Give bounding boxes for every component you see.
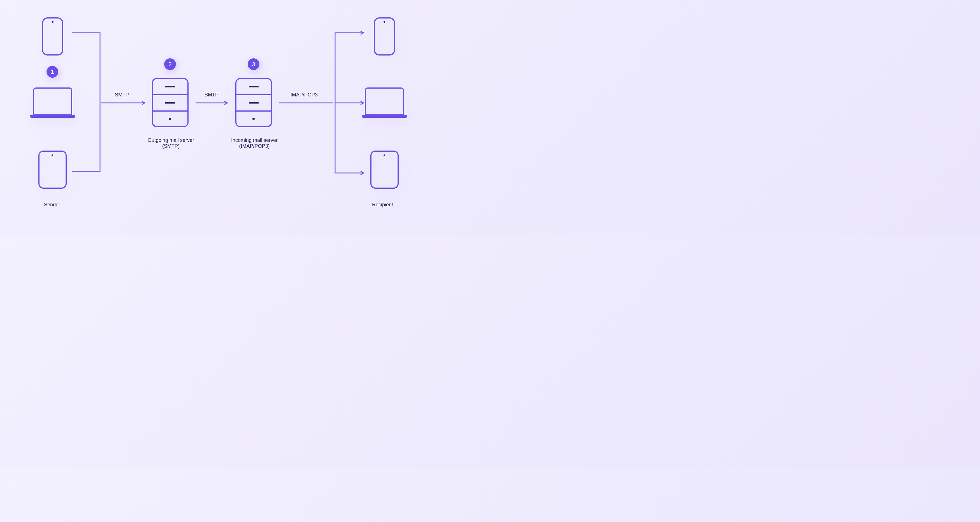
sender-phone-icon xyxy=(41,17,64,56)
svg-point-1 xyxy=(52,21,54,23)
protocol-label-1: SMTP xyxy=(115,92,129,98)
badge-number: 2 xyxy=(169,61,172,67)
outgoing-server-label: Outgoing mail server (SMTP) xyxy=(144,137,197,149)
incoming-server-label: Incoming mail server (IMAP/POP3) xyxy=(228,137,281,149)
recipient-tablet-icon xyxy=(370,150,399,189)
incoming-server-badge: 3 xyxy=(248,58,259,70)
svg-point-17 xyxy=(253,118,255,120)
protocol-label-2: SMTP xyxy=(205,92,218,98)
sender-tablet-icon xyxy=(38,150,67,189)
svg-point-3 xyxy=(52,155,53,156)
sender-badge: 1 xyxy=(46,66,58,78)
badge-number: 1 xyxy=(51,69,54,75)
incoming-server-icon xyxy=(235,77,273,128)
svg-rect-0 xyxy=(43,18,63,55)
protocol-label-3: IMAP/POP3 xyxy=(291,92,318,98)
badge-number: 3 xyxy=(252,61,255,67)
arrow-outgoing-to-incoming xyxy=(196,101,229,105)
recipient-label: Recipient xyxy=(372,202,393,208)
recipient-laptop-icon xyxy=(361,87,408,119)
outgoing-server-badge: 2 xyxy=(164,58,176,70)
svg-rect-20 xyxy=(374,18,395,55)
sender-laptop-icon xyxy=(29,87,76,119)
recipient-phone-icon xyxy=(373,17,396,56)
svg-rect-2 xyxy=(39,151,66,188)
svg-point-23 xyxy=(383,155,385,156)
svg-point-10 xyxy=(169,118,171,120)
svg-rect-22 xyxy=(371,151,398,188)
sender-label: Sender xyxy=(44,202,60,208)
email-flow-diagram: 1 Sender SMTP 2 xyxy=(0,0,439,234)
sender-bracket xyxy=(72,32,101,172)
arrow-incoming-to-recipient xyxy=(279,101,335,105)
arrow-sender-to-outgoing xyxy=(101,101,146,105)
outgoing-server-icon xyxy=(151,77,189,128)
svg-point-21 xyxy=(383,21,385,23)
